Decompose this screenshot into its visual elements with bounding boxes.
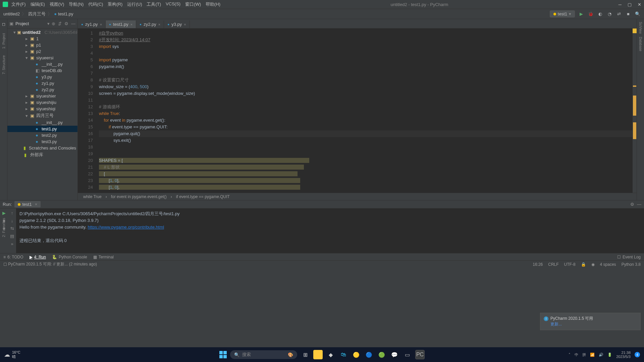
menu-run[interactable]: 运行(U) — [127, 1, 142, 7]
attach-icon[interactable]: ⇄ — [616, 11, 622, 17]
tree-item[interactable]: ●test1.py — [7, 126, 77, 132]
taskbar-wechat-icon[interactable]: 💬 — [390, 350, 399, 359]
taskbar-pycharm-icon[interactable]: PC — [415, 350, 425, 359]
tree-item[interactable]: ▾▣siyueersi — [7, 55, 77, 61]
taskbar-taskview-icon[interactable]: ⊞ — [301, 350, 310, 359]
run-hide-icon[interactable]: ― — [637, 202, 641, 207]
tree-item[interactable]: ▮外部库 — [7, 151, 77, 159]
ecrumb-2[interactable]: if event.type == pygame.QUIT — [176, 194, 230, 199]
status-indent[interactable]: 4 spaces — [600, 262, 616, 267]
close-icon[interactable]: ✕ — [638, 2, 641, 7]
stop-icon[interactable]: ■ — [625, 11, 631, 17]
tree-item[interactable]: ●__init__.py — [7, 119, 77, 126]
tree-item[interactable]: ▸▣siyueshiqi — [7, 106, 77, 112]
run-output[interactable]: D:\Python\python.exe C:/Users/30654/Pych… — [16, 208, 644, 253]
editor-code[interactable]: #自学python#开发时间: 2023/4/3 14:07import sys… — [96, 28, 633, 193]
debug-icon[interactable]: 🐞 — [588, 11, 594, 17]
tree-item[interactable]: ▮Scratches and Consoles — [7, 145, 77, 151]
collapse-icon[interactable]: ⇵ — [58, 21, 62, 26]
more-icon[interactable]: » — [11, 241, 13, 246]
menu-code[interactable]: 代码(C) — [88, 1, 103, 7]
ecrumb-0[interactable]: while True — [83, 194, 102, 199]
down-icon[interactable]: ↓ — [11, 218, 13, 223]
tool-terminal[interactable]: ▩ Terminal — [93, 255, 114, 259]
tree-item[interactable]: ▸▣p2 — [7, 48, 77, 55]
tray-chevron-icon[interactable]: ˄ — [569, 353, 571, 357]
search-everywhere-icon[interactable]: 🔍 — [635, 11, 641, 17]
tree-item[interactable]: ●zy2.py — [7, 86, 77, 93]
menu-window[interactable]: 窗口(W) — [185, 1, 201, 7]
menu-edit[interactable]: 编辑(E) — [31, 1, 45, 7]
taskbar-app3-icon[interactable]: ▭ — [402, 350, 412, 359]
tray-ime-icon[interactable]: 中 — [575, 352, 578, 357]
status-readonly-icon[interactable]: 🔒 — [581, 262, 586, 267]
tool-python-console[interactable]: 🐍 Python Console — [52, 255, 87, 259]
tree-item[interactable]: ▸▣siyueshier — [7, 93, 77, 99]
status-python[interactable]: Python 3.8 — [622, 262, 641, 267]
taskbar-chrome-icon[interactable]: 🟡 — [352, 350, 361, 359]
tree-item[interactable]: ●y3.py — [7, 74, 77, 80]
taskbar-store-icon[interactable]: 🛍 — [339, 350, 348, 359]
run-tab[interactable]: test1× — [14, 201, 41, 207]
rerun-icon[interactable]: ▶ — [2, 210, 6, 216]
locate-icon[interactable]: ⊕ — [52, 21, 55, 26]
menu-vcs[interactable]: VCS(S) — [166, 1, 180, 7]
tool-todo[interactable]: ≡ 6: TODO — [3, 255, 23, 259]
tree-item[interactable]: ●test3.py — [7, 138, 77, 145]
crumb-root[interactable]: untitled2 — [3, 11, 20, 16]
status-encoding[interactable]: UTF-8 — [564, 262, 576, 267]
tool-run[interactable]: ▶ 4: Run — [30, 255, 46, 259]
right-tool-database[interactable]: Database — [639, 37, 642, 51]
hide-icon[interactable]: ― — [71, 21, 75, 26]
menu-refactor[interactable]: 重构(R) — [108, 1, 122, 7]
tree-item[interactable]: ●test2.py — [7, 132, 77, 138]
tray-notification-badge[interactable]: 4 — [635, 352, 640, 357]
tray-ime2-icon[interactable]: 拼 — [582, 352, 586, 357]
editor-tab[interactable]: ●zy2.py× — [136, 20, 164, 28]
minimize-icon[interactable]: ─ — [619, 2, 622, 7]
right-tool-sciview[interactable]: SciView — [639, 22, 642, 34]
maximize-icon[interactable]: ▢ — [628, 2, 632, 7]
notification-popup[interactable]: iPyCharm 2020.1.5 可用 更新... — [540, 313, 641, 330]
editor-tab[interactable]: ●zy1.py× — [78, 20, 106, 28]
tree-item[interactable]: ●__init__.py — [7, 61, 77, 67]
menu-file[interactable]: 文件(F) — [11, 1, 26, 7]
editor-tab[interactable]: ●test1.py× — [106, 20, 136, 28]
crumb-folder[interactable]: 四月三号 — [28, 11, 46, 17]
status-inspect-icon[interactable]: ◉ — [591, 262, 595, 267]
taskbar-explorer-icon[interactable] — [313, 350, 323, 359]
tree-item[interactable]: ▸▣siyueshijiu — [7, 99, 77, 106]
tray-battery-icon[interactable]: 🔋 — [607, 353, 612, 357]
taskbar-search[interactable]: 🔍 搜索🎨 — [230, 350, 297, 359]
settings-icon[interactable]: ⚙ — [64, 21, 68, 26]
editor-error-stripe[interactable] — [633, 28, 637, 193]
export-icon[interactable]: ▤ — [10, 234, 14, 239]
menu-tools[interactable]: 工具(T) — [147, 1, 161, 7]
tree-item[interactable]: ▸▣p1 — [7, 42, 77, 48]
editor-tab[interactable]: ●y3.py× — [164, 20, 190, 28]
run-config-selector[interactable]: test1▾ — [550, 10, 575, 17]
ecrumb-1[interactable]: for event in pygame.event.get() — [111, 194, 167, 199]
crumb-file[interactable]: test1.py — [58, 11, 73, 16]
menu-navigate[interactable]: 导航(N) — [69, 1, 84, 7]
taskbar-weather[interactable]: ☁ 16°C晴 — [4, 350, 20, 359]
wrap-icon[interactable]: ⇆ — [10, 226, 14, 231]
tree-item[interactable]: ▾▣四月三号 — [7, 112, 77, 119]
menu-help[interactable]: 帮助(H) — [206, 1, 220, 7]
windows-start-icon[interactable] — [219, 351, 227, 358]
tray-clock[interactable]: 21:382023/5/3 — [616, 351, 631, 359]
taskbar-edge-icon[interactable]: 🔵 — [364, 350, 374, 359]
tree-item[interactable]: ▸▣1 — [7, 36, 77, 42]
menu-view[interactable]: 视图(V) — [50, 1, 64, 7]
left-tool-structure[interactable]: 7: Structure — [2, 55, 6, 74]
status-message[interactable]: PyCharm 2020.1.5 可用: // 更新... (2 minutes… — [8, 261, 97, 267]
profile-icon[interactable]: ◔ — [606, 11, 612, 17]
tree-item[interactable]: ●zy1.py — [7, 80, 77, 86]
project-tree[interactable]: ▾▣ untitled2 C:\Users\30654\Pych ▸▣1▸▣p1… — [7, 28, 77, 200]
coverage-icon[interactable]: ◐ — [597, 11, 603, 17]
tool-event-log[interactable]: ☐ Event Log — [617, 255, 641, 259]
taskbar-app2-icon[interactable]: 🟢 — [377, 350, 386, 359]
status-caret-pos[interactable]: 16:26 — [533, 262, 543, 267]
status-line-sep[interactable]: CRLF — [548, 262, 558, 267]
run-settings-icon[interactable]: ⚙ — [630, 202, 634, 207]
